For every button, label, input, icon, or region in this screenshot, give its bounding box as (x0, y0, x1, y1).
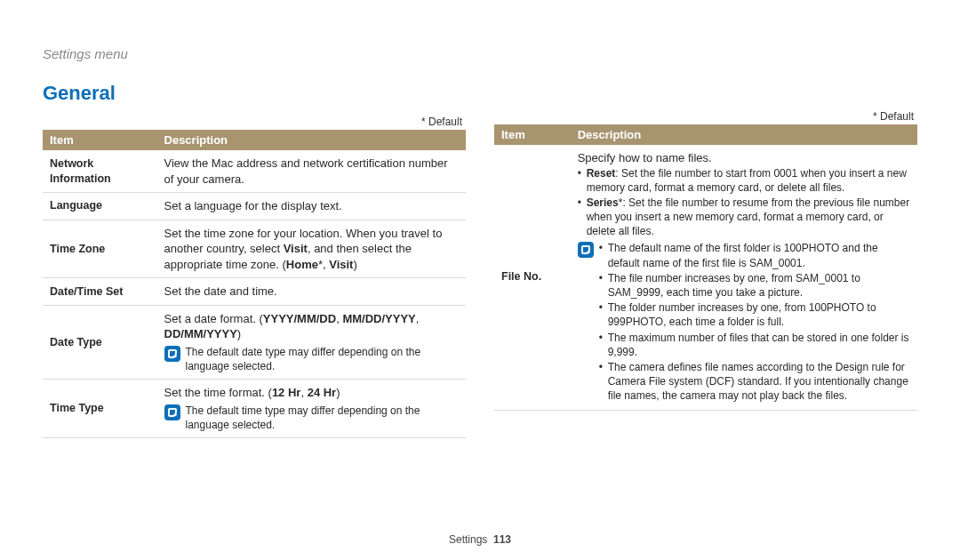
label-time-zone: Time Zone (43, 220, 157, 278)
note-time-type: The default time type may differ dependi… (186, 404, 459, 432)
settings-table-right: Item Description File No. Specify how to… (494, 124, 917, 411)
default-marker-left: * Default (43, 116, 466, 128)
col-header-desc: Description (571, 124, 917, 145)
note-date-type: The default date type may differ dependi… (186, 345, 459, 373)
label-time-type: Time Type (43, 380, 157, 438)
right-column: * Default Item Description File No. Spec… (494, 46, 917, 438)
row-language: Language Set a language for the display … (43, 193, 466, 220)
row-file-no: File No. Specify how to name files. Rese… (494, 145, 917, 410)
label-file-no: File No. (494, 145, 571, 410)
row-datetime: Date/Time Set Set the date and time. (43, 278, 466, 306)
file-no-note-item: The camera defines file names according … (599, 360, 910, 404)
col-header-item: Item (43, 130, 157, 150)
settings-table-left: Item Description Network Information Vie… (43, 130, 466, 438)
page-footer: Settings 113 (0, 533, 960, 546)
note-icon (164, 346, 180, 362)
file-no-notes: The default name of the first folder is … (599, 241, 910, 404)
row-time-zone: Time Zone Set the time zone for your loc… (43, 220, 466, 278)
file-no-intro: Specify how to name files. (578, 150, 910, 166)
row-network-info: Network Information View the Mac address… (43, 150, 466, 193)
note-icon (578, 242, 594, 258)
file-no-note-item: The maximum number of files that can be … (599, 331, 910, 359)
label-date-type: Date Type (43, 305, 157, 379)
label-network-info: Network Information (43, 150, 157, 193)
desc-time-zone: Set the time zone for your location. Whe… (157, 220, 466, 278)
left-column: General * Default Item Description Netwo… (43, 46, 466, 438)
desc-datetime: Set the date and time. (157, 278, 466, 306)
file-no-note-item: The file number increases by one, from S… (599, 271, 910, 300)
note-icon (164, 404, 180, 420)
desc-date-type: Set a date format. (YYYY/MM/DD, MM/DD/YY… (157, 305, 466, 379)
file-no-note-item: The default name of the first folder is … (599, 241, 910, 269)
col-header-item: Item (494, 124, 571, 145)
section-title: General (43, 82, 466, 105)
label-language: Language (43, 193, 157, 220)
desc-network-info: View the Mac address and network certifi… (157, 150, 466, 193)
label-datetime: Date/Time Set (43, 278, 157, 306)
file-no-note-item: The folder number increases by one, from… (599, 300, 910, 329)
file-no-series: Series*: Set the file number to resume f… (578, 196, 910, 239)
desc-file-no: Specify how to name files. Reset: Set th… (571, 145, 917, 410)
file-no-reset: Reset: Set the file number to start from… (578, 166, 910, 195)
desc-language: Set a language for the display text. (157, 193, 466, 220)
breadcrumb: Settings menu (43, 46, 128, 61)
page-body: General * Default Item Description Netwo… (0, 0, 960, 456)
default-marker-right: * Default (494, 110, 917, 123)
col-header-desc: Description (157, 130, 466, 150)
row-date-type: Date Type Set a date format. (YYYY/MM/DD… (43, 305, 466, 379)
row-time-type: Time Type Set the time format. (12 Hr, 2… (43, 380, 466, 438)
desc-time-type: Set the time format. (12 Hr, 24 Hr) The … (157, 380, 466, 438)
